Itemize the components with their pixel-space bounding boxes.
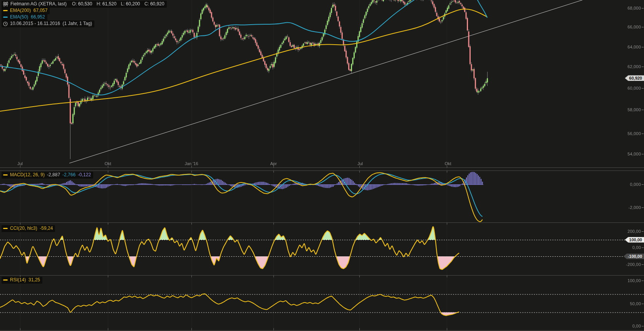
price-axis-label: 58,000 [627,107,641,112]
date-range-row: 10.06.2015 - 16.11.2016 (1 Jahr, 1 Tag) [2,20,94,27]
ema50-line-icon [3,17,8,18]
macd-hist-value: -0,122 [78,172,91,178]
price-axis-label: 64,000 [627,45,641,49]
macd-axis-label: -2,000 [629,205,641,210]
macd-label: MACD(12, 26, 9) [10,172,45,178]
cci-legend: CCI(20, hlc3) -59,24 [2,225,55,232]
price-axis-label: 68,000 [627,6,641,10]
price-chart-canvas[interactable] [0,0,644,331]
cci-lower-level-badge: -100,00 [624,254,644,259]
period-label: (1 Jahr, 1 Tag) [63,21,92,26]
cci-upper-level-badge: 100,00 [625,237,644,243]
instrument-header: Fielmann AG (XETRA, last) O:60,530 H:61,… [2,1,167,8]
time-axis-label: Okt [444,161,451,166]
cci-axis-label: -200,00 [626,262,641,267]
low-value: 60,200 [126,1,140,7]
time-axis-label: Okt [104,161,111,166]
price-axis-label: 56,000 [627,131,641,136]
time-axis-label: Apr [270,161,277,166]
cci-axis-label: 200,00 [627,229,641,234]
high-label: H: [97,1,101,7]
time-axis-label: Jan '16 [184,161,198,166]
open-value: 60,530 [78,1,92,7]
price-axis-label: 60,000 [627,86,641,90]
price-axis-label: 62,000 [627,64,641,69]
rsi-axis-label: 50,00 [630,301,641,306]
price-axis-label: 66,000 [627,25,641,29]
macd-signal-value: -2,766 [62,172,75,178]
macd-value: -2,887 [47,172,60,178]
rsi-legend: RSI(14) 31,25 [2,277,42,284]
rsi-axis-label: 0,00 [632,324,641,328]
cci-axis-label: 0,00 [632,245,641,250]
price-axis-label: 54,000 [627,152,641,156]
cci-value: -59,24 [40,226,53,231]
cci-label: CCI(20, hlc3) [10,226,37,231]
ema200-legend: EMA(200) 67,057 [2,7,50,14]
time-axis-label: Jul [357,161,363,166]
ema50-label: EMA(50) [10,14,28,20]
last-price-badge: 60,920 [625,75,644,81]
close-label: C: [144,1,149,7]
instrument-title: Fielmann AG (XETRA, last) [10,1,67,7]
ema200-value: 67,057 [34,8,48,13]
ema200-label: EMA(200) [10,8,31,13]
date-range: 10.06.2015 - 16.11.2016 [10,21,60,26]
clock-icon [3,22,8,26]
ema50-value: 66,952 [31,14,45,20]
macd-line-icon [3,174,8,176]
rsi-axis-label: 100,00 [627,278,641,283]
charting-app: Fielmann AG (XETRA, last) O:60,530 H:61,… [0,0,644,331]
open-label: O: [72,1,77,7]
macd-legend: MACD(12, 26, 9) -2,887 -2,766 -0,122 [2,172,93,179]
ema50-legend: EMA(50) 66,952 [2,14,47,21]
high-value: 61,520 [102,1,117,7]
candlestick-chart-icon [3,2,8,7]
low-label: L: [121,1,125,7]
macd-axis-label: 0,000 [630,182,641,187]
time-axis-label: Jul [17,161,23,166]
rsi-value: 31,25 [29,277,40,283]
ema200-line-icon [3,10,8,11]
rsi-line-icon [3,279,8,281]
close-value: 60,920 [150,1,164,7]
rsi-label: RSI(14) [10,277,26,283]
cci-line-icon [3,228,8,229]
